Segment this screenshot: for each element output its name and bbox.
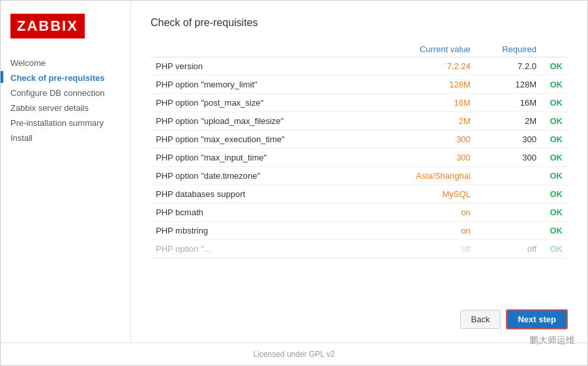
row-status: OK (542, 130, 568, 149)
row-current: 300 (380, 149, 476, 167)
row-name: PHP option "max_input_time" (151, 149, 380, 167)
table-row: PHP option "post_max_size"16M16MOK (151, 94, 568, 112)
row-current: 7.2.24 (380, 57, 476, 76)
row-current: on (380, 222, 476, 240)
row-name: PHP databases support (151, 185, 380, 204)
row-required: 128M (476, 76, 542, 94)
row-current: 300 (380, 130, 476, 149)
table-row: PHP option "...offoffOK (151, 240, 568, 258)
sidebar-link-install[interactable]: Install (10, 133, 33, 143)
button-row: Back Next step (151, 299, 568, 329)
row-current: 128M (380, 76, 476, 94)
content-area: Check of pre-requisites Current value Re… (131, 1, 587, 343)
main-content: ZABBIX Welcome Check of pre-requisites C… (1, 1, 587, 343)
table-row: PHP version7.2.247.2.0OK (151, 57, 568, 76)
row-current: Asia/Shanghai (380, 167, 476, 185)
active-indicator (1, 71, 3, 83)
table-row: PHP option "max_input_time"300300OK (151, 149, 568, 167)
row-required (476, 185, 542, 204)
page-title: Check of pre-requisites (151, 17, 568, 29)
row-name: PHP bcmath (151, 204, 380, 222)
row-status: OK (542, 222, 568, 240)
col-header-required: Required (476, 42, 542, 57)
sidebar-item-summary[interactable]: Pre-installation summary (10, 118, 121, 128)
table-row: PHP databases supportMySQLOK (151, 185, 568, 204)
row-status: OK (542, 204, 568, 222)
table-row: PHP bcmathonOK (151, 204, 568, 222)
row-current: 16M (380, 94, 476, 112)
table-wrapper: Current value Required PHP version7.2.24… (151, 42, 568, 299)
row-current: MySQL (380, 185, 476, 204)
row-status: OK (542, 112, 568, 130)
back-button[interactable]: Back (460, 310, 501, 329)
row-status: OK (542, 167, 568, 185)
row-required (476, 222, 542, 240)
sidebar-item-server[interactable]: Zabbix server details (10, 103, 121, 113)
row-status: OK (542, 94, 568, 112)
table-row: PHP option "max_execution_time"300300OK (151, 130, 568, 149)
sidebar-link-prereqs[interactable]: Check of pre-requisites (10, 73, 105, 83)
sidebar-link-server[interactable]: Zabbix server details (10, 103, 89, 113)
row-status: OK (542, 57, 568, 76)
row-name: PHP option "memory_limit" (151, 76, 380, 94)
table-row: PHP option "upload_max_filesize"2M2MOK (151, 112, 568, 130)
row-name: PHP option "upload_max_filesize" (151, 112, 380, 130)
sidebar-link-db[interactable]: Configure DB connection (10, 88, 105, 98)
sidebar-item-db[interactable]: Configure DB connection (10, 88, 121, 98)
sidebar-item-install[interactable]: Install (10, 133, 121, 143)
row-required (476, 204, 542, 222)
row-status: OK (542, 149, 568, 167)
row-required: 2M (476, 112, 542, 130)
main-window: ZABBIX Welcome Check of pre-requisites C… (0, 0, 588, 366)
table-row: PHP mbstringonOK (151, 222, 568, 240)
col-header-name (151, 42, 380, 57)
row-required: 7.2.0 (476, 57, 542, 76)
table-row: PHP option "memory_limit"128M128MOK (151, 76, 568, 94)
row-required: 300 (476, 149, 542, 167)
row-required: off (476, 240, 542, 258)
row-current: on (380, 204, 476, 222)
table-row: PHP option "date.timezone"Asia/ShanghaiO… (151, 167, 568, 185)
row-name: PHP option "date.timezone" (151, 167, 380, 185)
col-header-current: Current value (380, 42, 476, 57)
sidebar-link-welcome[interactable]: Welcome (10, 58, 46, 68)
col-header-status (542, 42, 568, 57)
row-name: PHP option "max_execution_time" (151, 130, 380, 149)
footer: Licensed under GPL v2 (1, 343, 587, 365)
prereq-table: Current value Required PHP version7.2.24… (151, 42, 568, 258)
row-name: PHP option "post_max_size" (151, 94, 380, 112)
sidebar-item-welcome[interactable]: Welcome (10, 58, 121, 68)
row-status: OK (542, 76, 568, 94)
row-required: 16M (476, 94, 542, 112)
row-current: off (380, 240, 476, 258)
license-text: Licensed under GPL v2 (254, 350, 335, 359)
sidebar-link-summary[interactable]: Pre-installation summary (10, 118, 104, 128)
next-step-button[interactable]: Next step (506, 309, 568, 329)
sidebar-item-prereqs[interactable]: Check of pre-requisites (10, 73, 121, 83)
sidebar: ZABBIX Welcome Check of pre-requisites C… (1, 1, 131, 343)
row-current: 2M (380, 112, 476, 130)
row-status: OK (542, 240, 568, 258)
row-name: PHP version (151, 57, 380, 76)
row-required: 300 (476, 130, 542, 149)
sidebar-nav: Welcome Check of pre-requisites Configur… (10, 58, 121, 143)
row-name: PHP option "... (151, 240, 380, 258)
watermark: 鹏大师运维 (529, 335, 575, 346)
logo: ZABBIX (10, 14, 85, 38)
row-required (476, 167, 542, 185)
row-status: OK (542, 185, 568, 204)
row-name: PHP mbstring (151, 222, 380, 240)
